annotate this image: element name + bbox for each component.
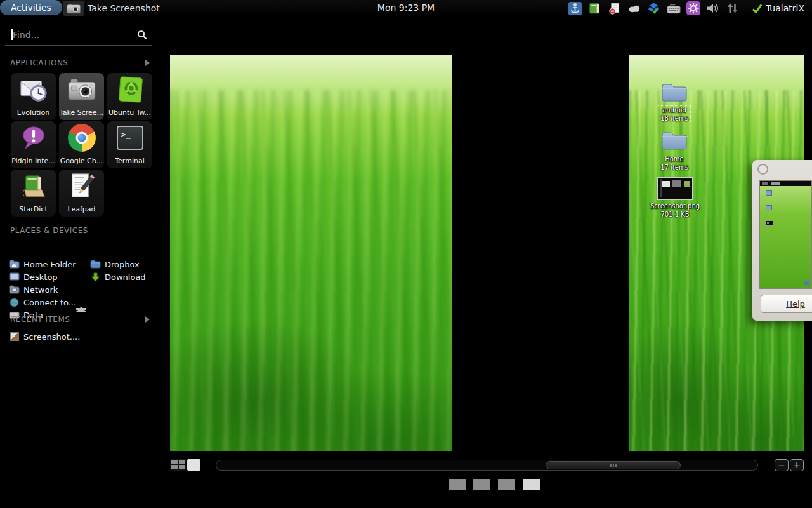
pidgin-icon: [19, 123, 48, 152]
desktop-icon-sublabel: 17 items: [646, 163, 703, 171]
desktop-icon-screenshot[interactable]: Screenshot.png 701.1 KB: [644, 177, 706, 218]
desktop-icon-label: android: [660, 106, 688, 114]
recent-item-label: Screenshot....: [23, 332, 80, 342]
app-tile-stardict[interactable]: StarDict: [11, 170, 56, 217]
scrollbar-thumb[interactable]: [546, 461, 681, 469]
app-tile-take-screenshot[interactable]: Take Scree...: [59, 73, 104, 120]
app-tile-chrome[interactable]: Google Ch...: [59, 121, 104, 168]
applications-title: APPLICATIONS: [10, 58, 68, 67]
place-label: Connect to...: [23, 298, 76, 307]
place-home-folder[interactable]: Home Folder: [9, 258, 76, 271]
app-tile-ubuntu-tweak[interactable]: Ubuntu Tw...: [107, 73, 152, 120]
recent-item-screenshot[interactable]: Screenshot....: [10, 331, 80, 342]
workspace-preview-left[interactable]: [170, 55, 452, 451]
search-icon[interactable]: [137, 30, 147, 43]
place-network[interactable]: Network: [9, 283, 58, 296]
desktop-icon: [9, 272, 20, 282]
recent-title: RECENT ITEMS: [10, 315, 70, 324]
app-label: Pidgin Inte...: [11, 157, 56, 165]
desktop-icon-sublabel: 18 items: [660, 114, 688, 123]
workspace-scrollbar[interactable]: [216, 460, 758, 471]
app-label: Leafpad: [59, 205, 104, 213]
network-updown-icon[interactable]: [726, 1, 740, 15]
app-tile-pidgin[interactable]: Pidgin Inte...: [11, 121, 56, 168]
place-dropbox[interactable]: Dropbox: [90, 258, 140, 271]
workspace-indicator-4-active[interactable]: [523, 479, 540, 490]
input-keyboard-icon[interactable]: [667, 1, 681, 15]
app-label: Ubuntu Tw...: [107, 109, 152, 117]
notes-blocked-icon[interactable]: [608, 1, 622, 15]
username-label: TualatriX: [766, 3, 804, 13]
anchor-icon[interactable]: [568, 1, 582, 15]
place-label: Dropbox: [105, 260, 140, 269]
desktop-icon-sublabel: 701.1 KB: [644, 210, 706, 218]
expand-arrow-icon[interactable]: [145, 316, 150, 323]
mini-screenshot-icon: [765, 220, 773, 226]
places-header: PLACES & DEVICES: [10, 226, 152, 235]
clock[interactable]: Mon 9:23 PM: [377, 3, 435, 13]
app-menu[interactable]: Take Screenshot: [63, 1, 160, 16]
applications-grid: Evolution Take Scree... Ubuntu Tw... Pid…: [11, 73, 152, 217]
screenshot-preview: [759, 180, 812, 289]
place-label: Home Folder: [23, 260, 76, 269]
ubuntuone-cloud-icon[interactable]: [627, 1, 641, 15]
expand-arrow-icon[interactable]: [145, 60, 150, 66]
app-label: Terminal: [107, 157, 152, 165]
app-label: Google Ch...: [59, 157, 104, 165]
place-desktop[interactable]: Desktop: [9, 271, 58, 283]
network-folder-icon: [9, 285, 20, 295]
desktop-icon-home[interactable]: Home 17 items: [646, 131, 703, 171]
place-download[interactable]: Download: [90, 271, 146, 283]
dropbox-icon[interactable]: [647, 1, 661, 15]
workspace-indicator-2[interactable]: [473, 479, 490, 490]
text-caret: [11, 29, 13, 40]
app-tile-terminal[interactable]: >_ Terminal: [107, 121, 152, 168]
mini-folder-icon: [766, 205, 772, 210]
folder-icon: [661, 131, 688, 151]
mini-trash-icon: [804, 281, 809, 285]
desktop-icon-android[interactable]: android 18 items: [646, 83, 703, 123]
ubuntu-tweak-tray-icon[interactable]: [686, 1, 700, 15]
evolution-icon: [19, 75, 48, 104]
desktop-icon-label: Screenshot.png: [644, 202, 706, 210]
app-tile-evolution[interactable]: Evolution: [11, 73, 56, 120]
activities-button[interactable]: Activities: [0, 0, 62, 15]
home-folder-icon: [9, 260, 20, 269]
check-icon: [752, 3, 763, 14]
app-label: StarDict: [11, 205, 56, 213]
desktop-icon-label: Home: [646, 155, 703, 163]
add-workspace-button[interactable]: +: [790, 459, 804, 471]
mini-top-panel: [760, 181, 811, 186]
search-input[interactable]: [6, 27, 151, 43]
remove-workspace-button[interactable]: −: [775, 459, 789, 471]
app-label: Take Scree...: [59, 109, 104, 117]
workspace-indicator-1[interactable]: [449, 479, 466, 490]
take-screenshot-dialog[interactable]: Help: [752, 160, 812, 321]
grass-wallpaper: [170, 55, 452, 451]
gnome-shell-overview: Activities Take Screenshot Mon 9:23 PM: [0, 0, 812, 508]
ubuntu-tweak-icon: [115, 75, 145, 104]
help-button[interactable]: Help: [761, 295, 812, 313]
volume-icon[interactable]: [706, 1, 720, 15]
applications-header: APPLICATIONS: [10, 58, 152, 67]
app-label: Evolution: [11, 109, 56, 117]
search-box[interactable]: [6, 27, 151, 43]
mini-folder-icon: [766, 190, 772, 196]
user-menu[interactable]: TualatriX: [752, 3, 804, 14]
app-tile-leafpad[interactable]: Leafpad: [59, 170, 104, 217]
app-menu-label: Take Screenshot: [88, 3, 160, 13]
eject-button[interactable]: [76, 295, 86, 310]
place-connect-to[interactable]: Connect to...: [9, 296, 76, 309]
download-arrow-icon: [90, 272, 101, 282]
camera-icon: [67, 75, 96, 104]
stardict-tray-icon[interactable]: [588, 1, 602, 15]
chrome-icon: [67, 123, 96, 152]
sidebar-separator: [5, 45, 152, 46]
leafpad-icon: [67, 171, 96, 201]
workspace-indicator-3[interactable]: [498, 479, 515, 490]
workspace-single-view-button[interactable]: [187, 459, 200, 471]
screenshot-thumbnail-icon: [657, 177, 693, 200]
place-label: Network: [23, 285, 58, 295]
dropbox-folder-icon: [90, 260, 101, 269]
workspace-grid-view-button[interactable]: [170, 459, 186, 471]
